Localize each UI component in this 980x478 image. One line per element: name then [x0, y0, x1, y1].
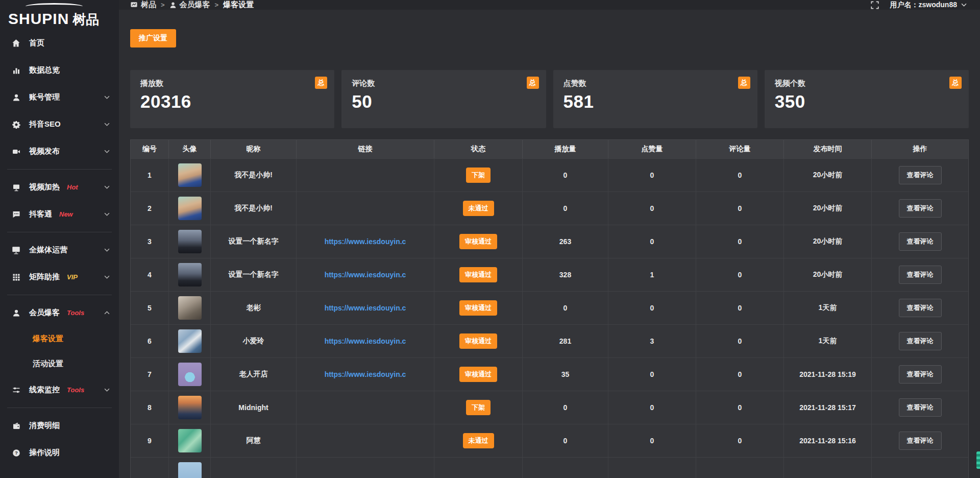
sidebar-item-matrix-boost[interactable]: 矩阵助推 VIP — [0, 264, 119, 291]
sidebar-item-member-baoke[interactable]: 会员爆客 Tools — [0, 299, 119, 326]
breadcrumb: 树品 > 会员爆客 > 爆客设置 — [130, 0, 254, 10]
cell-link[interactable]: https://www.iesdouyin.c — [297, 258, 434, 291]
cell-avatar — [169, 258, 211, 291]
scrollbar-thumb[interactable] — [976, 451, 980, 469]
sidebar-submenu: 爆客设置 活动设置 — [0, 326, 119, 376]
sidebar-item-video-heat[interactable]: 视频加热 Hot — [0, 174, 119, 201]
avatar-image — [178, 329, 202, 353]
view-comments-button[interactable]: 查看评论 — [899, 432, 942, 450]
total-badge: 总 — [738, 77, 750, 89]
cell-plays — [523, 458, 608, 478]
fullscreen-icon[interactable] — [871, 1, 879, 9]
sidebar-item-label: 抖客通 — [29, 209, 52, 219]
view-comments-button[interactable]: 查看评论 — [899, 266, 942, 284]
table-row: 6 小爱玲 https://www.iesdouyin.c 审核通过 281 3… — [131, 324, 968, 357]
view-comments-button[interactable]: 查看评论 — [899, 332, 942, 350]
cell-index: 8 — [131, 391, 169, 424]
tools-badge: Tools — [67, 386, 84, 394]
sidebar-divider — [7, 295, 112, 295]
cell-link[interactable]: https://www.iesdouyin.c — [297, 358, 434, 391]
stat-value: 350 — [775, 91, 959, 112]
column-header: 昵称 — [211, 140, 297, 158]
grid-icon — [11, 273, 21, 281]
sidebar-item-label: 矩阵助推 — [29, 272, 60, 282]
column-header: 链接 — [297, 140, 434, 158]
submenu-item-label: 活动设置 — [33, 359, 63, 369]
sidebar-item-home[interactable]: 首页 — [0, 30, 119, 57]
chevron-down-icon — [104, 95, 110, 99]
chevron-down-icon — [104, 275, 110, 279]
table-row: 7 老人开店 https://www.iesdouyin.c 审核通过 35 0… — [131, 357, 968, 391]
sidebar-item-omnimedia[interactable]: 全媒体运营 — [0, 236, 119, 264]
cell-plays: 35 — [523, 358, 608, 391]
cell-likes: 0 — [608, 424, 696, 457]
sidebar-subitem-activity-settings[interactable]: 活动设置 — [0, 351, 119, 376]
sidebar-item-label: 操作说明 — [29, 448, 60, 458]
status-badge: 审核通过 — [459, 367, 497, 382]
view-comments-button[interactable]: 查看评论 — [899, 199, 942, 218]
gear-icon — [11, 121, 21, 129]
cell-time: 1天前 — [784, 292, 872, 324]
sidebar: SHUPIN 树品 首页 数据总览 账号管理 — [0, 0, 119, 478]
sidebar-item-expense-details[interactable]: 消费明细 — [0, 412, 119, 439]
view-comments-button[interactable]: 查看评论 — [899, 365, 942, 384]
total-badge: 总 — [949, 77, 962, 89]
view-comments-button[interactable]: 查看评论 — [899, 166, 942, 184]
sidebar-item-account-management[interactable]: 账号管理 — [0, 84, 119, 111]
cell-likes: 0 — [608, 358, 696, 391]
cell-comments — [696, 458, 784, 478]
breadcrumb-item-home[interactable]: 树品 — [130, 0, 156, 10]
sidebar-item-lead-monitoring[interactable]: 线索监控 Tools — [0, 376, 119, 403]
table-row: 1 我不是小帅! 下架 0 0 0 20小时前 查看评论 — [131, 158, 968, 192]
cell-time: 2021-11-28 15:17 — [784, 391, 872, 424]
sidebar-subitem-baoke-settings[interactable]: 爆客设置 — [0, 326, 119, 351]
top-header: 树品 > 会员爆客 > 爆客设置 用户名：zswodun88 — [119, 0, 980, 10]
column-header: 评论量 — [696, 140, 784, 158]
sidebar-item-video-publish[interactable]: 视频发布 — [0, 138, 119, 165]
cell-nickname: Midnight — [211, 391, 297, 424]
view-comments-button[interactable]: 查看评论 — [899, 398, 942, 417]
avatar-image — [178, 396, 202, 419]
sidebar-item-douketong[interactable]: 抖客通 New — [0, 201, 119, 228]
cell-time: 2021-11-28 15:19 — [784, 358, 872, 391]
table-row: 9 阿慧 未通过 0 0 0 2021-11-28 15:16 查看评论 — [131, 424, 968, 457]
cell-plays: 0 — [523, 192, 608, 225]
wallet-icon — [11, 422, 21, 430]
breadcrumb-label: 爆客设置 — [223, 0, 254, 10]
cell-link[interactable]: https://www.iesdouyin.c — [297, 325, 434, 357]
cell-comments: 0 — [696, 292, 784, 324]
cell-link[interactable]: https://www.iesdouyin.c — [297, 225, 434, 258]
cell-nickname: 我不是小帅! — [211, 192, 297, 225]
sidebar-item-label: 消费明细 — [29, 421, 60, 431]
cell-status — [434, 458, 523, 478]
cell-avatar — [169, 424, 211, 457]
sidebar-item-douyin-seo[interactable]: 抖音SEO — [0, 111, 119, 138]
cell-plays: 328 — [523, 258, 608, 291]
user-menu[interactable]: 用户名：zswodun88 — [890, 1, 967, 10]
cell-link[interactable]: https://www.iesdouyin.c — [297, 292, 434, 324]
sidebar-item-data-overview[interactable]: 数据总览 — [0, 57, 119, 84]
cell-status: 未通过 — [434, 192, 523, 225]
cell-likes: 0 — [608, 159, 696, 192]
cell-plays: 0 — [523, 391, 608, 424]
cell-comments: 0 — [696, 192, 784, 225]
chevron-down-icon — [104, 248, 110, 252]
sidebar-item-instructions[interactable]: ? 操作说明 — [0, 439, 119, 466]
cell-avatar — [169, 391, 211, 424]
cell-nickname: 老彬 — [211, 292, 297, 324]
cell-action: 查看评论 — [872, 292, 968, 324]
promotion-settings-button[interactable]: 推广设置 — [130, 29, 176, 47]
breadcrumb-item-member-baoke[interactable]: 会员爆客 — [169, 0, 210, 10]
chevron-down-icon — [104, 212, 110, 216]
column-header: 操作 — [872, 140, 968, 158]
view-comments-button[interactable]: 查看评论 — [899, 232, 942, 251]
column-header: 状态 — [434, 140, 523, 158]
chevron-down-icon — [961, 3, 967, 7]
stat-cards: 播放数 20316 总 评论数 50 总 点赞数 581 总 视频个数 350 … — [130, 70, 969, 128]
display-icon — [11, 183, 21, 192]
cell-avatar — [169, 292, 211, 324]
total-badge: 总 — [315, 77, 327, 89]
table-row: 3 设置一个新名字 https://www.iesdouyin.c 审核通过 2… — [131, 225, 968, 258]
view-comments-button[interactable]: 查看评论 — [899, 299, 942, 317]
cell-action: 查看评论 — [872, 159, 968, 192]
